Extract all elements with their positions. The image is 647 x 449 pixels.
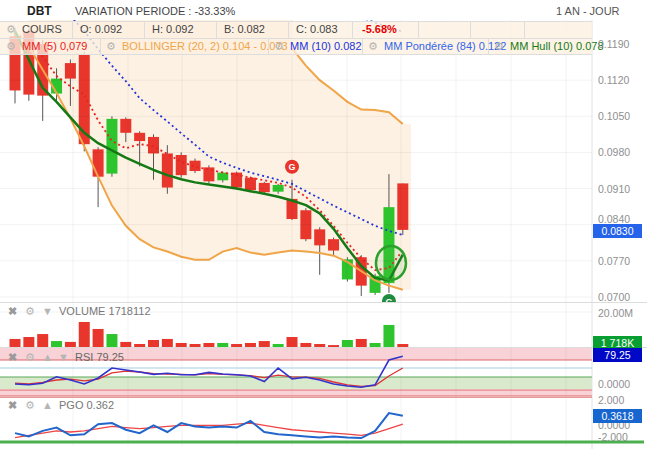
open-value: O: 0.092 [80,23,122,35]
rsi-settings-gear-icon[interactable]: ⚙ [25,351,35,364]
close-value: C: 0.083 [296,23,338,35]
pgo-badge: 0.3618 [593,409,642,423]
price-tick: 0.1050 [598,110,630,122]
symbol-label: DBT [27,4,52,18]
variation-period-label: VARIATION PERIODE : -33.33% [75,5,235,17]
volume-close-icon[interactable]: ✖ [8,305,17,318]
bollinger-gear-icon[interactable]: ⚙ [106,40,116,53]
pgo-title: PGO 0.362 [59,399,114,411]
price-tick: 0.1190 [598,38,629,50]
mm-hull-legend[interactable]: MM Hull (10) 0.078 [510,40,604,52]
price-tick: 0.1120 [598,74,629,86]
rsi-close-icon[interactable]: ✖ [8,351,17,364]
last-price-badge: 0.0830 [593,224,642,238]
volume-move-down-icon[interactable]: ▼ [42,305,53,317]
mm-ponderee-legend[interactable]: MM Pondérée (84) 0.122 [384,40,506,52]
pgo-move-up-icon[interactable]: ▲ [42,399,53,411]
pgo-settings-gear-icon[interactable]: ⚙ [25,399,35,412]
mm10-legend[interactable]: MM (10) 0.082 [290,40,362,52]
timeframe-label[interactable]: 1 AN - JOUR [556,5,620,17]
volume-axis-label: 20.00M [598,307,633,319]
bollinger-legend[interactable]: BOLLINGER (20, 2) 0.104 - 0.073 [122,40,288,52]
mm5-gear-icon[interactable]: ⚙ [6,40,16,53]
pgo-close-icon[interactable]: ✖ [8,399,17,412]
rsi-move-down-icon[interactable]: ▼ [58,351,69,363]
change-percent: -5.68% [362,23,397,35]
buy-signal-marker: G [382,294,396,308]
rsi-badge: 79.25 [593,348,642,362]
mm-ponderee-gear-icon[interactable]: ⚙ [368,40,378,53]
volume-settings-gear-icon[interactable]: ⚙ [25,305,35,318]
chart-canvas[interactable]: GG [0,0,647,449]
rsi-axis-zero: 0.0000 [598,378,630,390]
price-tick: 0.0770 [598,255,630,267]
price-settings-gear-icon[interactable]: ⚙ [6,23,16,36]
high-value: H: 0.092 [152,23,194,35]
volume-title: VOLUME 1718112 [59,305,151,317]
rsi-move-up-icon[interactable]: ▲ [42,351,53,363]
price-tick: 0.0980 [598,146,630,158]
mm10-gear-icon[interactable]: ⚙ [274,40,284,53]
price-tick: 0.0700 [598,291,630,303]
trading-chart-window: GG DBT VARIATION PERIODE : -33.33% 1 AN … [0,0,647,449]
low-value: B: 0.082 [224,23,265,35]
pgo-axis-bottom: -2.000 [598,431,628,443]
cours-label: COURS [22,23,62,35]
mm5-legend[interactable]: MM (5) 0,079 [22,40,87,52]
pgo-axis-top: 2.000 [598,394,624,406]
mm-hull-gear-icon[interactable]: ⚙ [494,40,504,53]
rsi-title: RSI 79.25 [75,351,124,363]
price-tick: 0.0910 [598,183,630,195]
